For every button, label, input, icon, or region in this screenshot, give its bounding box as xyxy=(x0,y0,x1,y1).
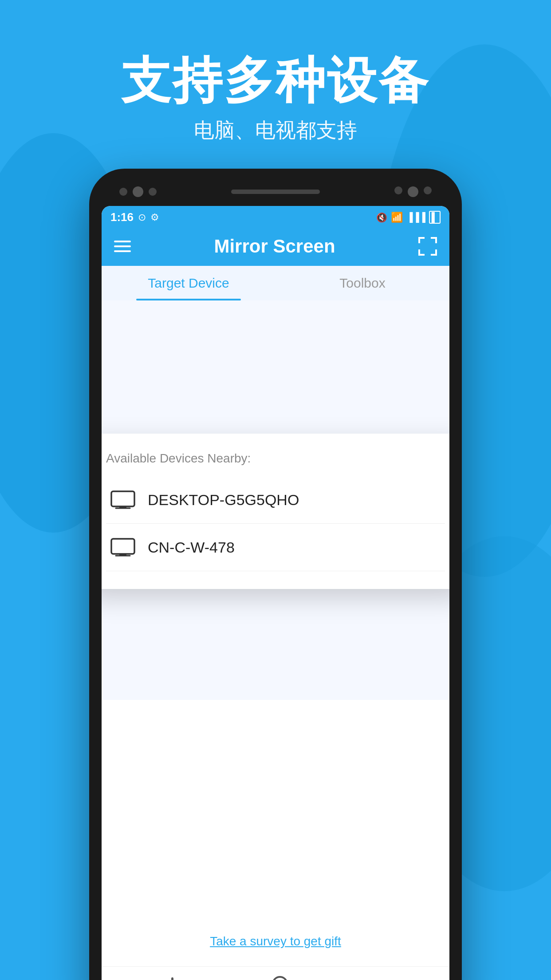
hamburger-line1 xyxy=(114,241,131,242)
hamburger-line3 xyxy=(114,250,131,252)
device-name-1: DESKTOP-G5G5QHO xyxy=(148,491,299,509)
fs-corner-bl xyxy=(418,249,425,256)
status-icon-location: ⊙ xyxy=(138,212,146,223)
svg-rect-0 xyxy=(111,491,134,506)
app-header: Mirror Screen xyxy=(102,229,449,266)
camera-dots xyxy=(119,186,157,197)
status-right: 🔇 📶 ▐▐▐ ▌ xyxy=(376,211,441,224)
main-title: 支持多种设备 xyxy=(0,53,551,108)
fs-corner-tr xyxy=(431,237,437,243)
device-name-2: CN-C-W-478 xyxy=(148,539,235,556)
tabs-bar: Target Device Toolbox xyxy=(102,266,449,300)
status-left: 1:16 ⊙ ⚙ xyxy=(110,210,159,224)
devices-popup: Available Devices Nearby: DESKTOP-G5G5QH… xyxy=(102,434,449,589)
tab-toolbox[interactable]: Toolbox xyxy=(276,266,449,300)
back-button[interactable]: ‹ xyxy=(381,976,386,980)
camera-dot xyxy=(119,188,127,196)
hamburger-line2 xyxy=(114,245,131,247)
mute-icon: 🔇 xyxy=(376,212,387,223)
camera-dot2 xyxy=(149,188,157,196)
status-time: 1:16 xyxy=(110,210,134,224)
battery-icon: ▌ xyxy=(429,211,441,224)
hamburger-menu[interactable] xyxy=(114,241,131,252)
phone-frame: 1:16 ⊙ ⚙ 🔇 📶 ▐▐▐ ▌ Mirror Scre xyxy=(89,169,462,980)
monitor-icon-2 xyxy=(110,538,135,557)
device-item-2[interactable]: CN-C-W-478 xyxy=(106,524,445,571)
svg-rect-3 xyxy=(111,539,134,554)
phone-notch xyxy=(231,190,320,194)
signal-icon: ▐▐▐ xyxy=(406,212,425,222)
tab-toolbox-label: Toolbox xyxy=(339,276,385,290)
speaker-dot2 xyxy=(408,186,418,197)
phone-bottom-area: Take a survey to get gift xyxy=(102,700,449,966)
tab-target-device[interactable]: Target Device xyxy=(102,266,276,300)
device-divider-2 xyxy=(106,571,445,571)
speaker-dots xyxy=(394,186,432,197)
speaker-dot3 xyxy=(424,186,432,194)
device-item-1[interactable]: DESKTOP-G5G5QHO xyxy=(106,476,445,523)
phone-nav-bar: ‹ xyxy=(102,966,449,980)
home-button[interactable] xyxy=(272,976,288,980)
app-title: Mirror Screen xyxy=(214,236,335,257)
sub-title: 电脑、电视都支持 xyxy=(0,117,551,144)
fs-corner-br xyxy=(431,249,437,256)
popup-label: Available Devices Nearby: xyxy=(106,451,445,466)
header-section: 支持多种设备 电脑、电视都支持 xyxy=(0,0,551,144)
fullscreen-button[interactable] xyxy=(418,237,437,256)
phone-top-bar xyxy=(102,182,449,206)
phone-mockup: 1:16 ⊙ ⚙ 🔇 📶 ▐▐▐ ▌ Mirror Scre xyxy=(89,169,462,980)
wifi-icon: 📶 xyxy=(391,212,403,223)
speaker-dot1 xyxy=(394,186,402,194)
camera-main xyxy=(133,186,143,197)
recent-apps-button[interactable] xyxy=(165,977,179,980)
status-icon-settings: ⚙ xyxy=(150,212,159,223)
status-bar: 1:16 ⊙ ⚙ 🔇 📶 ▐▐▐ ▌ xyxy=(102,206,449,229)
survey-link[interactable]: Take a survey to get gift xyxy=(210,934,341,948)
monitor-icon-1 xyxy=(110,490,135,509)
phone-screen: 1:16 ⊙ ⚙ 🔇 📶 ▐▐▐ ▌ Mirror Scre xyxy=(102,206,449,980)
fs-corner-tl xyxy=(418,237,425,243)
tab-target-device-label: Target Device xyxy=(148,276,229,290)
